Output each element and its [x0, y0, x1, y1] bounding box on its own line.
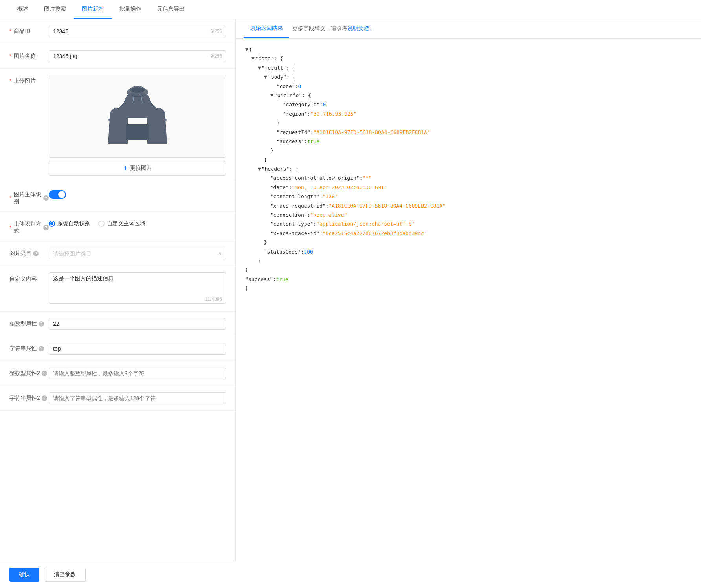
left-panel: * 商品ID 5/256 * 图片名称 9/256 — [0, 19, 236, 588]
collapse-root[interactable]: ▼ — [245, 45, 248, 54]
string-attr-input[interactable] — [49, 343, 226, 355]
clear-button[interactable]: 清空参数 — [44, 568, 86, 582]
string-attr2-label: 字符串属性2 ? — [9, 392, 49, 402]
string-attr-control — [49, 343, 226, 355]
int-attr2-input[interactable] — [49, 368, 226, 379]
result-tab-description-text: 更多字段释义，请参考 — [289, 20, 347, 38]
int-attr-input[interactable] — [49, 318, 226, 330]
int-attr-help-icon[interactable]: ? — [39, 321, 44, 327]
collapse-headers[interactable]: ▼ — [258, 164, 261, 173]
string-attr2-row: 字符串属性2 ? — [0, 386, 235, 411]
json-line: } — [245, 265, 692, 274]
result-tabs-bar: 原始返回结果 更多字段释义，请参考 说明文档。 — [236, 19, 701, 39]
tab-overview[interactable]: 概述 — [9, 0, 36, 19]
image-category-select[interactable]: 请选择图片类目 — [49, 248, 226, 259]
product-id-row: * 商品ID 5/256 — [0, 19, 235, 44]
custom-content-wrap: 这是一个图片的描述信息 11/4096 — [49, 272, 226, 305]
upload-image-row: * 上传图片 — [0, 69, 235, 182]
radio-auto[interactable]: 系统自动识别 — [49, 220, 90, 227]
int-attr2-help-icon[interactable]: ? — [42, 371, 47, 376]
required-star-3: * — [9, 78, 11, 84]
radio-custom-circle — [98, 220, 105, 227]
main-layout: * 商品ID 5/256 * 图片名称 9/256 — [0, 19, 701, 588]
confirm-button[interactable]: 确认 — [9, 568, 39, 582]
json-line: "success" : true — [245, 275, 692, 284]
custom-content-control: 这是一个图片的描述信息 11/4096 — [49, 272, 226, 305]
custom-content-row: 自定义内容 这是一个图片的描述信息 11/4096 — [0, 266, 235, 312]
image-name-label: * 图片名称 — [9, 50, 49, 60]
image-category-select-wrap: 请选择图片类目 ∨ — [49, 248, 226, 259]
change-image-button[interactable]: ⬆ 更换图片 — [49, 161, 226, 176]
result-tab-doc-link[interactable]: 说明文档。 — [347, 25, 375, 32]
json-line: ▼ { — [245, 45, 692, 54]
radio-custom[interactable]: 自定义主体区域 — [98, 220, 145, 227]
tab-image-search[interactable]: 图片搜索 — [36, 0, 74, 19]
collapse-picinfo[interactable]: ▼ — [270, 91, 273, 100]
upload-image-control: ⬆ 更换图片 — [49, 75, 226, 176]
tab-image-add[interactable]: 图片新增 — [74, 0, 112, 19]
image-category-row: 图片类目 ? 请选择图片类目 ∨ — [0, 241, 235, 266]
json-line: "content-type" : "application/json;chars… — [245, 219, 692, 228]
upload-image-label: * 上传图片 — [9, 75, 49, 85]
int-attr2-label: 整数型属性2 ? — [9, 368, 49, 377]
subject-recognition-help-icon[interactable]: ? — [43, 195, 49, 201]
json-line: "region" : "30,716,93,925" — [245, 109, 692, 118]
json-line: "content-length" : "128" — [245, 192, 692, 201]
image-category-help-icon[interactable]: ? — [33, 251, 39, 256]
json-line: ▼ "data" : { — [245, 54, 692, 63]
subject-recognition-toggle[interactable] — [49, 190, 66, 199]
subject-recognition-row: * 图片主体识别 ? — [0, 182, 235, 212]
subject-recognition-toggle-wrap — [49, 189, 226, 199]
tab-meta-export[interactable]: 元信息导出 — [149, 0, 193, 19]
bottom-spacer — [0, 411, 235, 438]
image-name-input-wrap: 9/256 — [49, 50, 226, 62]
string-attr2-help-icon[interactable]: ? — [42, 395, 47, 401]
json-line: "categoryId" : 0 — [245, 100, 692, 109]
custom-content-label: 自定义内容 — [9, 272, 49, 283]
custom-content-textarea[interactable]: 这是一个图片的描述信息 — [49, 272, 226, 304]
upload-icon: ⬆ — [123, 165, 128, 171]
collapse-body[interactable]: ▼ — [264, 72, 267, 81]
json-line: "x-acs-trace-id" : "0ca2515c4a277d67672e… — [245, 229, 692, 238]
radio-auto-circle — [49, 220, 55, 227]
json-line: } — [245, 146, 692, 155]
json-line: ▼ "headers" : { — [245, 164, 692, 173]
subject-mode-radio-group: 系统自动识别 自定义主体区域 — [49, 218, 226, 227]
product-id-input-wrap: 5/256 — [49, 26, 226, 37]
string-attr-label: 字符串属性 ? — [9, 343, 49, 352]
collapse-data[interactable]: ▼ — [251, 54, 255, 63]
image-name-input[interactable] — [49, 50, 226, 62]
image-preview-area — [49, 75, 226, 158]
json-line: } — [245, 155, 692, 164]
tab-batch-ops[interactable]: 批量操作 — [112, 0, 149, 19]
json-line: ▼ "picInfo" : { — [245, 91, 692, 100]
json-line: } — [245, 118, 692, 127]
image-category-label: 图片类目 ? — [9, 248, 49, 257]
product-id-label: * 商品ID — [9, 26, 49, 35]
string-attr2-input[interactable] — [49, 392, 226, 404]
subject-mode-label: * 主体识别方式 ? — [9, 218, 49, 235]
subject-mode-help-icon[interactable]: ? — [43, 225, 49, 230]
image-name-row: * 图片名称 9/256 — [0, 44, 235, 69]
int-attr2-control — [49, 368, 226, 379]
int-attr-label: 整数型属性 ? — [9, 318, 49, 327]
product-id-control: 5/256 — [49, 26, 226, 37]
int-attr2-row: 整数型属性2 ? — [0, 361, 235, 386]
json-line: "success" : true — [245, 137, 692, 146]
json-line: "x-acs-request-id" : "A181C10A-97FD-5618… — [245, 201, 692, 210]
result-tab-original[interactable]: 原始返回结果 — [244, 19, 289, 38]
json-viewer: ▼ { ▼ "data" : { ▼ "result" : { ▼ "body"… — [236, 39, 701, 300]
json-line: } — [245, 256, 692, 265]
collapse-result[interactable]: ▼ — [258, 63, 261, 72]
radio-group: 系统自动识别 自定义主体区域 — [49, 218, 226, 227]
image-category-control: 请选择图片类目 ∨ — [49, 248, 226, 259]
hoodie-image — [106, 81, 169, 152]
required-star-5: * — [9, 224, 11, 231]
json-line: } — [245, 238, 692, 247]
required-star-2: * — [9, 53, 11, 59]
string-attr-help-icon[interactable]: ? — [39, 346, 44, 351]
json-line: "requestId" : "A181C10A-97FD-5618-80A4-C… — [245, 128, 692, 137]
json-line: "access-control-allow-origin" : "*" — [245, 173, 692, 182]
right-panel: 原始返回结果 更多字段释义，请参考 说明文档。 ▼ { ▼ "data" : {… — [236, 19, 701, 588]
product-id-input[interactable] — [49, 26, 226, 37]
